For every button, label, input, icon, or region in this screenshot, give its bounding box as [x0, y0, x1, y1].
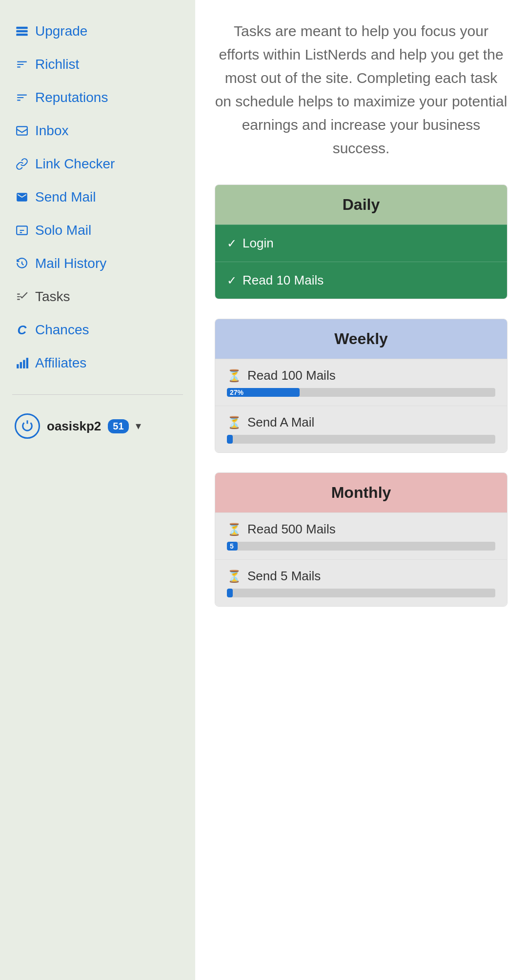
check-icon: ✓: [227, 237, 237, 250]
weekly-section: Weekly ⏳ Read 100 Mails 27% ⏳ Send A Mai…: [215, 319, 507, 453]
check-icon-2: ✓: [227, 274, 237, 287]
sidebar-divider: [12, 394, 183, 395]
sidebar-user[interactable]: oasiskp2 51 ▾: [0, 405, 195, 448]
main-content: Tasks are meant to help you focus your e…: [195, 0, 527, 980]
send-5-mails-progress-bar: [227, 589, 495, 597]
hourglass-icon-1: ⏳: [227, 369, 242, 383]
task-read-500-mails: ⏳ Read 500 Mails 5: [215, 512, 507, 559]
svg-rect-0: [16, 27, 27, 29]
read-500-progress-label: 5: [230, 542, 234, 550]
username-label: oasiskp2: [47, 419, 101, 434]
sidebar-item-upgrade-label: Upgrade: [35, 23, 87, 39]
svg-rect-7: [23, 360, 25, 368]
sidebar-item-reputations[interactable]: Reputations: [0, 81, 195, 114]
sidebar-item-inbox-label: Inbox: [35, 123, 69, 139]
chances-icon: C: [15, 323, 29, 338]
sidebar-item-send-mail[interactable]: Send Mail: [0, 181, 195, 214]
send-mail-icon: [15, 191, 29, 204]
user-power-icon: [15, 413, 40, 439]
task-read-100-mails-label: Read 100 Mails: [247, 368, 336, 383]
task-send-a-mail: ⏳ Send A Mail: [215, 406, 507, 452]
user-badge: 51: [108, 419, 128, 433]
daily-section: Daily ✓ Login ✓ Read 10 Mails: [215, 184, 507, 299]
daily-header: Daily: [215, 185, 507, 225]
task-login: ✓ Login: [215, 225, 507, 262]
send-mail-progress-bar: [227, 435, 495, 444]
monthly-section: Monthly ⏳ Read 500 Mails 5 ⏳ Send 5 Mail…: [215, 472, 507, 607]
link-checker-icon: [15, 158, 29, 170]
chevron-down-icon: ▾: [136, 420, 141, 432]
hourglass-icon-2: ⏳: [227, 416, 242, 429]
tasks-icon: [15, 290, 29, 303]
sidebar-item-richlist[interactable]: Richlist: [0, 48, 195, 81]
sidebar-item-chances-label: Chances: [35, 322, 89, 338]
send-mail-progress-fill: [227, 435, 233, 444]
task-read-500-mails-label: Read 500 Mails: [247, 522, 336, 537]
svg-rect-1: [16, 30, 27, 33]
task-send-a-mail-label: Send A Mail: [247, 415, 314, 430]
task-login-label: Login: [243, 236, 274, 251]
monthly-header: Monthly: [215, 473, 507, 512]
sidebar-item-chances[interactable]: C Chances: [0, 313, 195, 347]
weekly-header: Weekly: [215, 319, 507, 359]
read-100-progress-fill: 27%: [227, 388, 300, 397]
reputations-icon: [15, 91, 29, 104]
svg-rect-5: [17, 364, 19, 368]
hourglass-icon-4: ⏳: [227, 570, 242, 583]
sidebar-nav: Upgrade Richlist Reputations: [0, 10, 195, 385]
inbox-icon: [15, 124, 29, 137]
task-read-100-mails: ⏳ Read 100 Mails 27%: [215, 359, 507, 406]
sidebar-item-link-checker-label: Link Checker: [35, 156, 115, 172]
sidebar-item-solo-mail[interactable]: Solo Mail: [0, 214, 195, 247]
upgrade-icon: [15, 24, 29, 38]
richlist-icon: [15, 58, 29, 71]
read-500-progress-fill: 5: [227, 542, 238, 551]
sidebar-item-inbox[interactable]: Inbox: [0, 114, 195, 147]
sidebar: Upgrade Richlist Reputations: [0, 0, 195, 980]
read-100-progress-bar: 27%: [227, 388, 495, 397]
sidebar-item-affiliates-label: Affiliates: [35, 355, 86, 371]
sidebar-item-link-checker[interactable]: Link Checker: [0, 147, 195, 181]
sidebar-item-solo-mail-label: Solo Mail: [35, 223, 91, 238]
sidebar-item-mail-history[interactable]: Mail History: [0, 247, 195, 280]
hourglass-icon-3: ⏳: [227, 523, 242, 536]
solo-mail-icon: [15, 224, 29, 237]
description-text: Tasks are meant to help you focus your e…: [215, 20, 507, 160]
svg-rect-2: [16, 34, 27, 36]
task-read-10-mails: ✓ Read 10 Mails: [215, 262, 507, 299]
svg-rect-8: [26, 358, 28, 368]
svg-rect-3: [17, 126, 27, 135]
affiliates-icon: [15, 357, 29, 369]
sidebar-item-tasks-label: Tasks: [35, 289, 70, 305]
task-read-10-mails-label: Read 10 Mails: [243, 273, 324, 288]
task-send-5-mails: ⏳ Send 5 Mails: [215, 559, 507, 606]
mail-history-icon: [15, 257, 29, 270]
sidebar-item-affiliates[interactable]: Affiliates: [0, 347, 195, 380]
task-send-5-mails-label: Send 5 Mails: [247, 569, 321, 584]
read-100-progress-label: 27%: [230, 388, 243, 396]
sidebar-item-reputations-label: Reputations: [35, 90, 108, 105]
svg-rect-6: [20, 362, 22, 368]
send-5-mails-progress-fill: [227, 589, 233, 597]
sidebar-item-tasks[interactable]: Tasks: [0, 280, 195, 313]
read-500-progress-bar: 5: [227, 542, 495, 551]
sidebar-item-upgrade[interactable]: Upgrade: [0, 15, 195, 48]
sidebar-item-mail-history-label: Mail History: [35, 256, 106, 271]
sidebar-item-richlist-label: Richlist: [35, 57, 79, 72]
sidebar-item-send-mail-label: Send Mail: [35, 189, 96, 205]
